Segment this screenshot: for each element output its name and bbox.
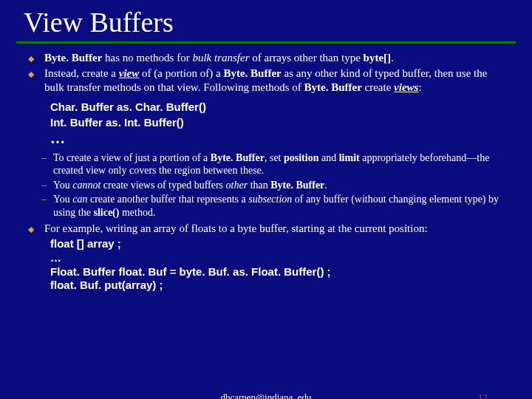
sub-bullet-1: To create a view of just a portion of a … xyxy=(53,151,502,177)
code-line: Char. Buffer as. Char. Buffer() xyxy=(50,100,502,115)
bullet-2: Instead, create a view of (a portion of)… xyxy=(44,66,502,95)
code-line: Int. Buffer as. Int. Buffer() xyxy=(50,115,502,130)
code-line: … xyxy=(50,251,502,265)
code-block-1: Char. Buffer as. Char. Buffer() Int. Buf… xyxy=(50,100,502,130)
page-number: 12 xyxy=(478,392,488,399)
footer-email: dbcarpen@indiana. edu xyxy=(0,392,532,399)
bullet-1: Byte. Buffer has no methods for bulk tra… xyxy=(44,51,502,65)
title-rule xyxy=(16,41,516,44)
slide-title: View Buffers xyxy=(0,0,532,41)
ellipsis: … xyxy=(50,130,502,147)
sub-bullet-2: You cannot create views of typed buffers… xyxy=(53,179,502,192)
code-line: Float. Buffer float. Buf = byte. Buf. as… xyxy=(50,265,502,279)
code-line: float. Buf. put(array) ; xyxy=(50,279,502,293)
code-line: float [] array ; xyxy=(50,237,502,251)
sub-bullet-3: You can create another buffer that repre… xyxy=(53,193,502,219)
slide: View Buffers Byte. Buffer has no methods… xyxy=(0,0,532,399)
example-bullet: For example, writing an array of floats … xyxy=(44,222,502,293)
example-intro: For example, writing an array of floats … xyxy=(44,222,428,234)
slide-body: Byte. Buffer has no methods for bulk tra… xyxy=(0,51,532,293)
